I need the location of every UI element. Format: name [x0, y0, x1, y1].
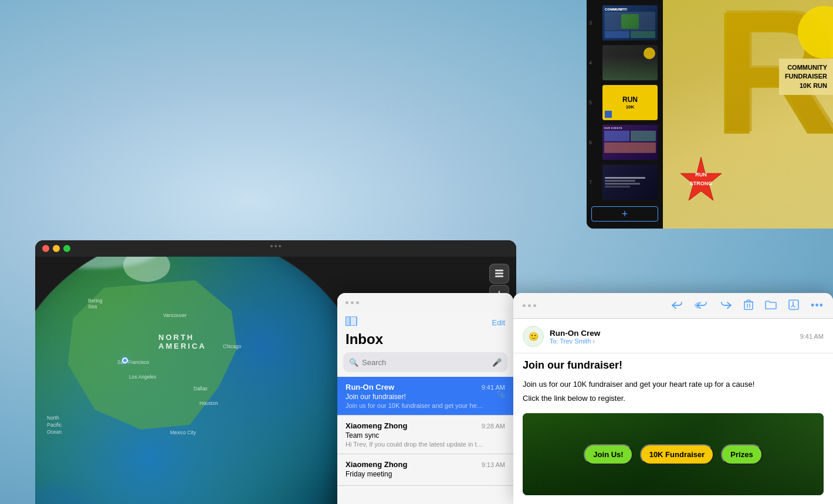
mail-sender-2: Xiaomeng Zhong — [346, 421, 407, 430]
slide-number-6: 6 — [589, 139, 592, 145]
join-us-button[interactable]: Join Us! — [584, 444, 632, 465]
email-body: Join us for our 10K fundraiser and get y… — [513, 374, 833, 408]
layers-button[interactable] — [489, 264, 509, 284]
svg-rect-11 — [346, 316, 350, 326]
mail-time-3: 9:13 AM — [482, 461, 505, 468]
sender-avatar: 🙂 — [523, 326, 544, 347]
add-icon: + — [622, 208, 628, 220]
traffic-light-close[interactable] — [42, 245, 49, 252]
mail-time-2: 9:28 AM — [482, 423, 505, 430]
svg-rect-15 — [744, 302, 753, 309]
reply-all-button[interactable] — [695, 300, 709, 312]
mail-item-3[interactable]: Xiaomeng Zhong 9:13 AM Friday meeting — [337, 454, 513, 486]
mail-preview-1: Join us for our 10K fundraiser and get y… — [346, 402, 486, 409]
mail-dot-2 — [351, 301, 354, 304]
mail-subject-1: Join our fundraiser! — [346, 393, 505, 401]
reply-button[interactable] — [671, 300, 683, 312]
email-detail-panel: ••• 🙂 Run-On Crew To: Trev Smith › 9:41 … — [513, 293, 833, 504]
svg-rect-19 — [789, 300, 798, 309]
svg-rect-3 — [495, 270, 503, 271]
email-detail-toolbar: ••• — [513, 293, 833, 319]
microphone-icon: 🎤 — [492, 358, 502, 367]
inbox-title: Inbox — [337, 331, 513, 352]
slide-number-4: 4 — [589, 60, 592, 66]
to-name: Trev Smith › — [560, 338, 595, 345]
svg-rect-4 — [495, 273, 503, 274]
slide-number-5: 5 — [589, 100, 592, 105]
more-options-button[interactable]: ••• — [811, 299, 824, 312]
slide-thumb-7[interactable] — [602, 164, 658, 200]
mail-edit-button[interactable]: Edit — [492, 318, 505, 327]
svg-rect-5 — [495, 275, 503, 277]
slide-thumb-3[interactable]: COMMUNITY — [602, 5, 658, 41]
mail-titlebar — [337, 293, 513, 312]
10k-fundraiser-button[interactable]: 10K Fundraiser — [640, 444, 715, 465]
detail-window-dots — [523, 304, 536, 307]
folder-button[interactable] — [765, 300, 777, 312]
design-canvas: R RUN STRONG COMMUNITYFUNDRAISER10K RUN — [663, 0, 833, 229]
slide-thumb-5[interactable]: RUN 10K — [602, 84, 658, 121]
svg-marker-0 — [680, 157, 722, 200]
email-time: 9:41 AM — [800, 333, 824, 340]
email-body-line1: Join us for our 10K fundraiser and get y… — [523, 379, 824, 390]
maps-window-dots — [270, 245, 281, 247]
mail-inbox-panel: Edit Inbox 🔍 🎤 Run-On Crew 9:41 AM Join … — [337, 293, 513, 504]
traffic-light-minimize[interactable] — [53, 245, 60, 252]
add-slide-button[interactable]: + — [591, 206, 658, 222]
mail-dot-1 — [346, 301, 348, 304]
sidebar-toggle-button[interactable] — [346, 316, 357, 329]
search-input[interactable] — [362, 358, 489, 367]
svg-text:STRONG: STRONG — [690, 181, 713, 186]
prizes-button[interactable]: Prizes — [721, 444, 762, 465]
email-promo-image: Join Us! 10K Fundraiser Prizes — [523, 413, 824, 495]
slide-number-7: 7 — [589, 179, 592, 185]
mail-item-2[interactable]: Xiaomeng Zhong 9:28 AM Team sync Hi Trev… — [337, 416, 513, 454]
email-detail-header: 🙂 Run-On Crew To: Trev Smith › 9:41 AM — [513, 319, 833, 353]
slide-thumb-6[interactable]: OUR EVENTS — [602, 124, 658, 161]
community-text-block: COMMUNITYFUNDRAISER10K RUN — [779, 59, 833, 95]
maps-titlebar — [35, 240, 516, 257]
mail-subject-2: Team sync — [346, 431, 505, 440]
email-subject: Join our fundraiser! — [523, 359, 824, 372]
starburst-badge: RUN STRONG — [675, 156, 727, 211]
mail-subject-3: Friday meeting — [346, 470, 505, 478]
mail-item-1[interactable]: Run-On Crew 9:41 AM Join our fundraiser!… — [337, 377, 513, 416]
mail-time-1: 9:41 AM — [482, 384, 505, 391]
mail-preview-2: Hi Trev, If you could drop the latest up… — [346, 441, 486, 448]
search-icon: 🔍 — [349, 358, 358, 367]
mail-sender-3: Xiaomeng Zhong — [346, 460, 407, 469]
mail-list: Run-On Crew 9:41 AM Join our fundraiser!… — [337, 377, 513, 486]
slide-thumb-4[interactable] — [602, 45, 658, 81]
traffic-light-fullscreen[interactable] — [63, 245, 70, 252]
location-dot — [122, 357, 128, 363]
mail-window-dots — [346, 301, 359, 304]
to-label: To: — [550, 338, 560, 345]
compose-button[interactable] — [788, 299, 799, 312]
earth-globe — [35, 257, 375, 504]
sender-avatar-emoji: 🙂 — [529, 332, 539, 341]
mail-header: Edit — [337, 312, 513, 331]
design-slides-panel: 3 COMMUNITY — [587, 0, 663, 229]
recipient-line: To: Trev Smith › — [550, 338, 794, 345]
sender-name: Run-On Crew — [550, 329, 794, 338]
forward-button[interactable] — [720, 300, 732, 312]
email-body-line2: Click the link below to register. — [523, 393, 824, 404]
slide-number-3: 3 — [589, 20, 592, 26]
attachment-icon: 📎 — [497, 391, 505, 399]
sender-info: Run-On Crew To: Trev Smith › — [550, 329, 794, 345]
mail-dot-3 — [356, 301, 359, 304]
svg-text:RUN: RUN — [695, 172, 707, 178]
mail-sender-1: Run-On Crew — [346, 383, 394, 391]
design-app-window: 3 COMMUNITY — [587, 0, 833, 229]
delete-button[interactable] — [744, 299, 753, 312]
mail-search-bar[interactable]: 🔍 🎤 — [343, 352, 507, 372]
